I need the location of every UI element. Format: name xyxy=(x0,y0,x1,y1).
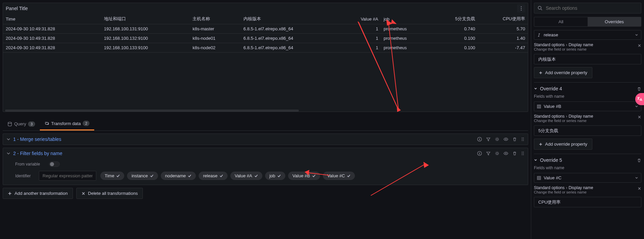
cell-cpu: 1.40 xyxy=(478,34,528,43)
add-transformation-button[interactable]: Add another transformation xyxy=(3,188,73,199)
field-chip[interactable]: job xyxy=(265,172,285,180)
svg-point-2 xyxy=(521,10,522,11)
override-5-field-select[interactable]: Value #C xyxy=(534,173,641,183)
col-host[interactable]: 主机名称 xyxy=(190,14,241,24)
drag-icon[interactable] xyxy=(521,151,524,156)
col-time[interactable]: Time xyxy=(3,14,101,24)
delete-transformations-button[interactable]: Delete all transformations xyxy=(76,188,143,199)
override-5-input[interactable] xyxy=(538,199,638,205)
info-icon[interactable] xyxy=(477,137,482,142)
override-3-input[interactable] xyxy=(538,56,638,62)
table-row[interactable]: 2024-09-30 10:49:31.828192.168.100.131:9… xyxy=(3,24,528,34)
add-override-property-3[interactable]: Add override property xyxy=(534,67,592,78)
grid-icon xyxy=(537,176,541,180)
chip-label: job xyxy=(269,173,275,178)
segment-overrides[interactable]: Overrides xyxy=(588,17,641,26)
process-icon xyxy=(45,121,49,126)
table-row[interactable]: 2024-09-30 10:49:31.828192.168.100.132:9… xyxy=(3,34,528,43)
cell-addr: 192.168.100.133:9100 xyxy=(101,43,190,53)
tab-transform-label: Transform data xyxy=(51,121,81,126)
transform-row-2: 2 - Filter fields by name From variable xyxy=(3,148,528,185)
col-load[interactable]: 5分支负载 xyxy=(432,14,478,24)
override-3-crumbs: Standard options›Display name xyxy=(534,42,635,47)
chevron-down-icon[interactable] xyxy=(6,137,10,141)
tab-transform[interactable]: Transform data 2 xyxy=(40,117,95,130)
chip-label: Value #C xyxy=(327,173,345,178)
override-4-field-select[interactable]: Value #B xyxy=(534,101,641,111)
search-options[interactable] xyxy=(534,3,641,13)
panel-title: Panel Title xyxy=(6,6,28,11)
identifier-input[interactable] xyxy=(39,171,96,181)
field-chip[interactable]: nodename xyxy=(161,172,196,180)
tab-query[interactable]: Query 3 xyxy=(3,118,40,130)
override-4-input[interactable] xyxy=(538,128,638,133)
svg-point-11 xyxy=(522,140,522,141)
field-chip[interactable]: Value #A xyxy=(230,172,262,180)
override-5-delete[interactable] xyxy=(637,158,641,162)
override-4-remove[interactable]: ✕ xyxy=(638,115,641,120)
svg-point-3 xyxy=(8,122,11,123)
col-job[interactable]: job xyxy=(381,14,432,24)
col-addr[interactable]: 地址和端口 xyxy=(101,14,190,24)
col-cpu[interactable]: CPU使用率 xyxy=(478,14,528,24)
svg-point-7 xyxy=(522,138,522,138)
delete-transformations-label: Delete all transformations xyxy=(88,191,138,196)
cell-va: 1 xyxy=(340,34,381,43)
transform-row-1: 1 - Merge series/tables xyxy=(3,133,528,145)
override-5-field-value: Value #C xyxy=(544,175,562,180)
svg-point-1 xyxy=(521,8,522,9)
cell-addr: 192.168.100.132:9100 xyxy=(101,34,190,43)
trash-icon xyxy=(637,87,641,91)
filter-icon[interactable] xyxy=(486,151,491,156)
cell-load: 0.740 xyxy=(432,24,478,34)
override-4-delete[interactable] xyxy=(637,87,641,91)
trash-icon[interactable] xyxy=(512,137,517,142)
horizontal-scrollbar[interactable] xyxy=(5,110,299,112)
override-3-field-select[interactable]: release xyxy=(534,30,641,40)
trash-icon[interactable] xyxy=(512,151,517,156)
data-table: Time 地址和端口 主机名称 内核版本 Value #A job 5分支负载 … xyxy=(3,14,528,53)
chip-label: Time xyxy=(105,173,114,178)
eye-icon[interactable] xyxy=(504,137,508,142)
debug-icon[interactable] xyxy=(495,137,499,142)
drag-icon[interactable] xyxy=(521,137,524,142)
override-3-remove[interactable]: ✕ xyxy=(638,43,641,48)
table-row[interactable]: 2024-09-30 10:49:31.828192.168.100.133:9… xyxy=(3,43,528,53)
override-4: Override 4 Fields with name Value #B Sta… xyxy=(534,83,641,154)
col-value-a[interactable]: Value #A xyxy=(340,14,381,24)
svg-point-17 xyxy=(523,152,524,152)
transform-1-title[interactable]: 1 - Merge series/tables xyxy=(13,137,61,142)
tab-query-count: 3 xyxy=(28,121,35,127)
add-override-property-4[interactable]: Add override property xyxy=(534,139,592,150)
search-options-input[interactable] xyxy=(545,5,638,11)
database-icon xyxy=(7,122,12,126)
field-chip[interactable]: instance xyxy=(127,172,158,180)
field-chip[interactable]: Time xyxy=(100,172,124,180)
svg-point-15 xyxy=(506,153,507,154)
field-chip[interactable]: Value #C xyxy=(323,172,355,180)
field-chip[interactable]: Value #B xyxy=(288,172,320,180)
debug-icon[interactable] xyxy=(495,151,499,156)
chevron-down-icon[interactable] xyxy=(534,158,537,162)
cell-job: prometheus xyxy=(381,34,432,43)
cell-kernel: 6.8.5-1.el7.elrepo.x86_64 xyxy=(241,43,340,53)
info-icon[interactable] xyxy=(477,151,482,156)
cell-cpu: -7.47 xyxy=(478,43,528,53)
from-variable-toggle[interactable] xyxy=(49,161,60,167)
panel-menu-button[interactable] xyxy=(517,4,525,12)
override-4-title: Override 4 xyxy=(540,86,562,91)
svg-point-12 xyxy=(523,140,524,141)
col-kernel[interactable]: 内核版本 xyxy=(241,14,340,24)
chevron-down-icon[interactable] xyxy=(6,151,10,155)
transform-2-title[interactable]: 2 - Filter fields by name xyxy=(13,151,62,156)
svg-point-18 xyxy=(522,153,522,154)
eye-icon[interactable] xyxy=(504,151,508,156)
override-5-remove[interactable]: ✕ xyxy=(638,186,641,191)
segment-all[interactable]: All xyxy=(534,17,588,26)
chevron-down-icon[interactable] xyxy=(534,87,537,90)
svg-point-21 xyxy=(523,154,524,155)
chip-label: Value #B xyxy=(292,173,310,178)
svg-rect-30 xyxy=(537,176,541,180)
filter-icon[interactable] xyxy=(486,137,491,142)
field-chip[interactable]: release xyxy=(199,172,228,180)
